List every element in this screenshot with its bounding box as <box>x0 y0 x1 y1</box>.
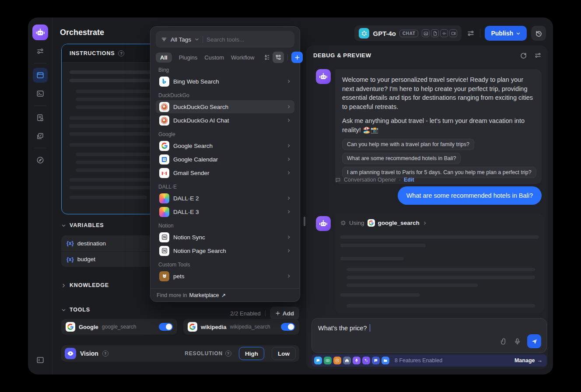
sidebar-item-logs[interactable] <box>33 110 48 125</box>
collapse-sidebar-icon[interactable] <box>33 353 48 368</box>
suggested-question[interactable]: What are some recommended hotels in Bali… <box>342 153 461 164</box>
resolution-high-button[interactable]: High <box>239 347 264 360</box>
tool-row-dalle-2[interactable]: DALL·E 2 <box>156 192 294 205</box>
help-icon[interactable]: ? <box>102 350 108 357</box>
welcome-text: Welcome to your personalized travel serv… <box>342 75 535 111</box>
marketplace-footer[interactable]: Find more in Marketplace ↗ <box>150 288 300 301</box>
text-to-speech-icon <box>362 357 370 364</box>
tool-row-google-calendar[interactable]: 31 Google Calendar <box>156 153 294 166</box>
tool-picker-popover: All Tags Search tools... All Plugins Cus… <box>150 26 300 302</box>
add-tool-button[interactable]: Add <box>270 307 299 320</box>
tool-row-notion-sync[interactable]: Notion Sync <box>156 231 294 244</box>
group-by-provider-icon[interactable] <box>273 52 284 63</box>
welcome-message-bubble: Welcome to your personalized travel serv… <box>335 69 542 184</box>
suggested-question[interactable]: Can you help me with a travel plan for f… <box>342 139 474 150</box>
chevron-right-icon <box>287 210 291 214</box>
tag-filter-dropdown[interactable]: All Tags <box>171 36 191 43</box>
chevron-right-icon <box>287 196 291 200</box>
bubble-bolt-icon <box>372 357 380 364</box>
section-label: DALL·E <box>158 184 292 190</box>
tab-plugins[interactable]: Plugins <box>179 54 198 61</box>
search-input[interactable]: Search tools... <box>206 36 244 43</box>
chevron-right-icon <box>287 144 291 148</box>
tool-row-dalle-3[interactable]: DALL·E 3 <box>156 205 294 218</box>
notion-icon <box>159 232 169 242</box>
tool-row-google-search[interactable]: Google Search <box>156 139 294 152</box>
resolution-low-button[interactable]: Low <box>272 347 296 360</box>
sidebar-divider <box>35 105 46 106</box>
chat-bubble-icon <box>314 357 322 364</box>
sidebar-item-explore[interactable] <box>33 153 48 168</box>
tool-search-bar[interactable]: All Tags Search tools... <box>156 31 294 48</box>
variable-icon: {x} <box>66 240 74 246</box>
chat-input[interactable]: What's the price? <box>312 318 547 353</box>
chevron-right-icon <box>287 79 291 84</box>
section-label: Custom Tools <box>158 262 292 268</box>
tool-row-gmail-sender[interactable]: Gmail Sender <box>156 166 294 179</box>
debug-preview-title: DEBUG & PREVIEW <box>313 52 371 59</box>
wikipedia-tool-toggle[interactable] <box>281 323 295 331</box>
variable-icon: {x} <box>66 256 74 262</box>
preview-settings-icon[interactable] <box>534 52 542 59</box>
tool-list: Bing Bing Web Search DuckDuckGo DuckDuck… <box>154 65 296 288</box>
send-button[interactable] <box>527 334 541 348</box>
model-selector[interactable]: GPT-4o CHAT <box>354 25 462 41</box>
tool-card-wikipedia[interactable]: wikipedia wikipedia_search <box>183 319 299 335</box>
google-icon <box>188 322 197 332</box>
tab-workflow[interactable]: Workflow <box>231 54 254 61</box>
loading-spinner-icon <box>340 220 346 226</box>
video-capability-icon <box>449 29 457 37</box>
restart-conversation-icon[interactable] <box>520 52 527 59</box>
sort-alphabetical-icon[interactable] <box>261 52 273 63</box>
tab-all[interactable]: All <box>156 52 172 63</box>
version-history-button[interactable] <box>531 26 546 41</box>
tool-row-bing-web-search[interactable]: Bing Web Search <box>156 75 294 88</box>
google-tool-toggle[interactable] <box>159 323 173 331</box>
google-icon <box>159 141 169 151</box>
app-logo-robot-icon[interactable] <box>32 24 48 40</box>
tool-row-duckduckgo-search[interactable]: DuckDuckGo Search <box>156 100 294 113</box>
app-window: Orchestrate GPT-4o CHAT Publish <box>28 18 553 374</box>
microphone-icon[interactable] <box>514 338 521 345</box>
gmail-icon <box>159 168 169 178</box>
tool-call-header[interactable]: Using google_search <box>340 219 539 227</box>
folder-icon <box>382 357 389 364</box>
sidebar-item-terminal[interactable] <box>33 86 48 101</box>
sidebar-item-orchestrate[interactable] <box>33 68 48 83</box>
tab-custom[interactable]: Custom <box>204 54 224 61</box>
app-settings-icon[interactable] <box>466 29 476 37</box>
knowledge-section-header[interactable]: KNOWLEDGE <box>61 282 109 288</box>
help-icon[interactable]: ? <box>118 50 124 56</box>
tool-row-duckduckgo-ai-chat[interactable]: DuckDuckGo AI Chat <box>156 114 294 127</box>
publish-button[interactable]: Publish <box>485 26 527 41</box>
tool-card-google[interactable]: Google google_search <box>61 319 177 335</box>
image-capability-icon <box>422 29 430 37</box>
document-capability-icon <box>431 29 439 37</box>
dalle-icon <box>159 207 169 217</box>
help-icon[interactable]: ? <box>225 350 231 357</box>
edit-opener-link[interactable]: Edit <box>404 177 414 183</box>
attachment-icon[interactable] <box>500 338 508 345</box>
create-tool-button[interactable] <box>291 52 303 63</box>
svg-text:31: 31 <box>163 158 166 161</box>
user-message-bubble: What are some recommended hotels in Bali… <box>398 186 542 205</box>
popover-scrollbar[interactable] <box>304 217 305 226</box>
tuning-sliders-icon[interactable] <box>33 44 48 59</box>
marketplace-link[interactable]: Marketplace <box>189 292 219 298</box>
sidebar-item-edit[interactable] <box>33 129 48 144</box>
chevron-right-icon <box>287 157 291 161</box>
text-caret <box>370 324 371 332</box>
google-icon <box>368 219 375 227</box>
debug-preview-panel: DEBUG & PREVIEW Welcome to your personal… <box>306 46 548 369</box>
caption-dots-icon <box>324 357 332 364</box>
notion-icon <box>159 246 169 256</box>
tool-call-message-bubble: Using google_search <box>335 214 544 313</box>
chat-input-value: What's the price? <box>318 325 367 332</box>
chevron-right-icon <box>287 248 291 253</box>
manage-features-link[interactable]: Manage → <box>514 357 542 364</box>
mode-badge: CHAT <box>399 30 418 37</box>
duckduckgo-icon <box>159 116 169 126</box>
tool-row-notion-page-search[interactable]: Notion Page Search <box>156 244 294 257</box>
variables-section-header[interactable]: VARIABLES <box>61 222 104 228</box>
tool-row-pets[interactable]: pets <box>156 270 294 283</box>
